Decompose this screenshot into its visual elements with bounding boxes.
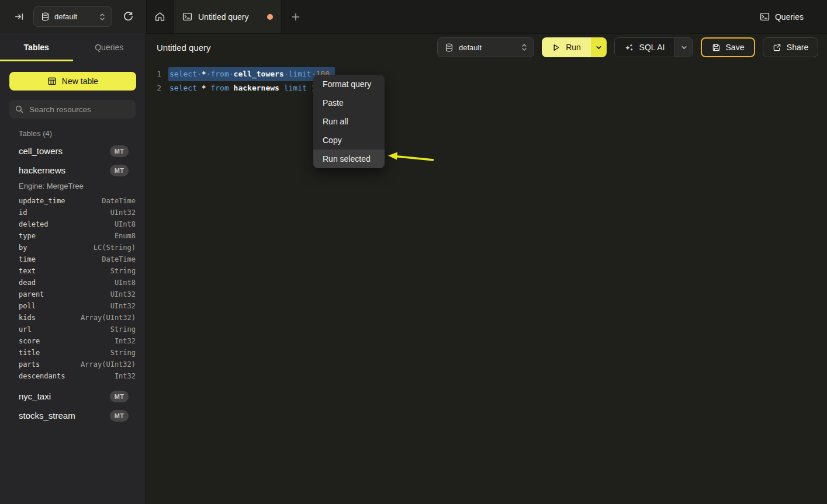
table-column-row: type Enum8 (19, 230, 136, 242)
tab-untitled-query[interactable]: Untitled query (174, 0, 282, 33)
column-name: deleted (19, 218, 49, 230)
chevrons-up-down-icon (99, 13, 106, 21)
search-resources-box[interactable] (9, 100, 136, 119)
sidebar-tab-queries[interactable]: Queries (73, 33, 146, 61)
context-menu-item-copy[interactable]: Copy (313, 131, 385, 150)
top-bar-left: default (0, 0, 147, 33)
editor-toolbar: Untitled query default (146, 33, 827, 62)
table-row-cell_towers[interactable]: cell_towers MT (0, 141, 146, 161)
line-text: select·*·from·cell_towers·limit·100 (168, 67, 335, 81)
save-icon (712, 43, 721, 52)
table-column-row: score Int32 (19, 335, 136, 347)
new-table-button[interactable]: New table (9, 72, 136, 91)
column-type: UInt32 (110, 207, 136, 218)
refresh-button[interactable] (120, 9, 136, 25)
run-button-label: Run (566, 43, 581, 52)
column-name: text (19, 265, 36, 277)
table-row-nyc_taxi[interactable]: nyc_taxi MT (0, 387, 146, 406)
database-icon (445, 43, 454, 52)
context-menu-item-paste[interactable]: Paste (313, 93, 385, 112)
column-type: DateTime (102, 253, 136, 265)
context-menu-item-format-query[interactable]: Format query (313, 75, 385, 93)
column-type: UInt8 (115, 277, 136, 289)
table-column-row: title String (19, 347, 136, 359)
queries-button-top[interactable]: Queries (760, 0, 804, 33)
column-name: score (19, 335, 40, 347)
editor-context-menu: Format query Paste Run all Copy Run sele… (313, 75, 385, 168)
database-selector-toolbar[interactable]: default (437, 37, 534, 57)
table-name: cell_towers (19, 146, 63, 156)
home-button[interactable] (146, 0, 174, 33)
table-column-row: parts Array(UInt32) (19, 359, 136, 370)
sidebar-tab-tables[interactable]: Tables (0, 33, 73, 61)
table-row-stocks_stream[interactable]: stocks_stream MT (0, 406, 146, 425)
column-type: UInt32 (110, 300, 136, 312)
column-type: Enum8 (115, 230, 136, 242)
sql-editor[interactable]: 1 select·*·from·cell_towers·limit·100 2 … (146, 62, 827, 504)
editor-title: Untitled query (157, 33, 211, 62)
line-text: select * from hackernews limit 100 (169, 81, 325, 95)
column-name: descendants (19, 370, 65, 382)
engine-badge: MT (110, 410, 129, 422)
table-column-row: by LC(String) (19, 242, 136, 253)
column-name: by (19, 242, 27, 253)
terminal-icon (182, 12, 192, 22)
plus-icon (291, 12, 300, 22)
column-name: parent (19, 289, 44, 300)
table-row-hackernews[interactable]: hackernews MT (0, 161, 146, 180)
table-name: stocks_stream (19, 411, 75, 420)
run-options-caret[interactable] (591, 37, 607, 57)
sql-ai-button[interactable]: SQL AI (615, 38, 674, 57)
table-column-row: descendants Int32 (19, 370, 136, 382)
save-button[interactable]: Save (701, 37, 755, 57)
column-type: String (110, 265, 136, 277)
code-line[interactable]: 1 select·*·from·cell_towers·limit·100 (146, 67, 827, 81)
line-number: 1 (146, 67, 161, 81)
table-name: hackernews (19, 165, 65, 175)
sql-ai-split-button: SQL AI (614, 37, 693, 57)
share-icon (773, 43, 781, 52)
ai-sparkle-icon (625, 43, 634, 52)
unsaved-changes-dot (267, 14, 273, 20)
database-selector-top[interactable]: default (33, 6, 112, 27)
search-resources-input[interactable] (28, 105, 134, 114)
share-button[interactable]: Share (763, 37, 818, 57)
sql-ai-caret[interactable] (674, 38, 693, 57)
chevrons-up-down-icon (521, 43, 528, 51)
terminal-icon (760, 12, 770, 22)
top-bar: default (0, 0, 827, 34)
column-name: time (19, 253, 36, 265)
context-menu-item-run-selected[interactable]: Run selected (313, 150, 385, 168)
column-name: type (19, 230, 36, 242)
share-button-label: Share (787, 43, 808, 52)
column-name: url (19, 324, 32, 335)
editor-toolbar-actions: default Run (437, 37, 818, 57)
new-tab-button[interactable] (286, 0, 306, 33)
column-name: update_time (19, 195, 65, 207)
code-line[interactable]: 2 select * from hackernews limit 100 (146, 81, 827, 95)
column-name: kids (19, 312, 36, 324)
chevron-down-icon (681, 44, 687, 51)
run-button[interactable]: Run (542, 37, 591, 57)
column-type: Array(UInt32) (81, 359, 136, 370)
engine-badge: MT (110, 391, 129, 402)
table-column-row: update_time DateTime (19, 195, 136, 207)
table-column-row: url String (19, 324, 136, 335)
engine-badge: MT (110, 145, 129, 157)
run-split-button: Run (542, 37, 607, 57)
column-name: id (19, 207, 27, 218)
collapse-sidebar-button[interactable] (12, 10, 26, 24)
table-column-row: kids Array(UInt32) (19, 312, 136, 324)
table-column-row: deleted UInt8 (19, 218, 136, 230)
table-name: nyc_taxi (19, 391, 51, 401)
column-type: Int32 (115, 335, 136, 347)
column-type: UInt8 (115, 218, 136, 230)
table-column-row: time DateTime (19, 253, 136, 265)
table-column-row: id UInt32 (19, 207, 136, 218)
column-type: String (110, 324, 136, 335)
context-menu-item-run-all[interactable]: Run all (313, 112, 385, 131)
column-name: title (19, 347, 40, 359)
sidebar-tabs: TablesQueries (0, 33, 146, 61)
line-number: 2 (146, 81, 161, 95)
play-icon (552, 43, 560, 52)
